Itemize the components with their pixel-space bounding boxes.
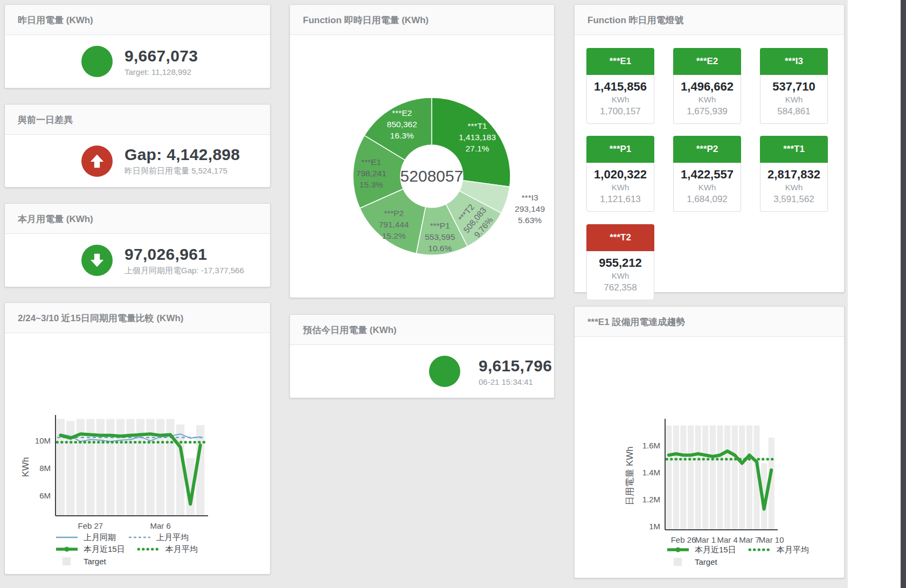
compare-legend: 上月同期上月平均本月近15日本月平均Target (5, 531, 270, 567)
arrow-down-icon (81, 245, 113, 276)
realtime-donut-chart[interactable]: ***T11,413,18327.1%***I3293,1495.63%***T… (290, 35, 554, 298)
target-bar (116, 419, 125, 516)
legend-dash-icon (128, 533, 151, 542)
scrollbar[interactable] (901, 0, 906, 588)
legend-item[interactable]: Target (55, 557, 106, 566)
tile-value: 955,212 (589, 257, 652, 269)
stat-text: 9,667,073 Target: 11,128,992 (125, 47, 198, 77)
compare-chart[interactable]: 6M8M10MFeb 27Mar 6KWh上月同期上月平均本月近15日本月平均T… (5, 333, 270, 574)
card-compare-chart-title: 2/24~3/10 近15日同期用電量比較 (KWh) (5, 303, 270, 333)
legend-label: 上月平均 (156, 532, 189, 543)
stat-subtitle: 昨日與前日用電量 5,524,175 (125, 166, 240, 176)
legend-thickline-icon (55, 545, 79, 554)
legend-item[interactable]: 上月同期 (55, 532, 116, 543)
y-tick-label: 1M (649, 522, 660, 531)
tile-label: ***T2 (586, 224, 654, 251)
tile-target-value: 1,700,157 (589, 106, 652, 117)
tile-E1[interactable]: ***E11,415,856KWh1,700,157 (586, 48, 654, 129)
legend-item[interactable]: 上月平均 (128, 532, 189, 543)
legend-label: 本月平均 (165, 544, 198, 555)
legend-dots-icon (748, 545, 772, 554)
legend-label: 本月近15日 (84, 544, 125, 555)
tile-unit: KWh (589, 271, 652, 281)
stat-text: 97,026,961 上個月同期用電Gap: -17,377,566 (125, 245, 244, 276)
x-tick-label: Mar 6 (150, 521, 170, 530)
target-bar (702, 426, 708, 530)
status-circle-icon (429, 356, 460, 387)
tile-P1[interactable]: ***P11,020,322KWh1,121,613 (586, 136, 654, 217)
card-yesterday-usage-title: 昨日用電量 (KWh) (5, 5, 270, 35)
card-status-tiles: Function 昨日用電燈號 ***E11,415,856KWh1,700,1… (574, 4, 845, 293)
tile-body: 1,422,557KWh1,684,092 (673, 163, 741, 212)
card-month-usage-title: 本月用電量 (KWh) (5, 204, 270, 234)
target-bar (666, 426, 672, 530)
tile-unit: KWh (589, 182, 652, 192)
tile-unit: KWh (676, 182, 738, 192)
x-tick-label: Mar 10 (759, 535, 784, 544)
card-e1-trend-title: ***E1 設備用電達成趨勢 (575, 307, 844, 337)
tile-label: ***P1 (586, 136, 654, 163)
tile-target-value: 3,591,562 (763, 193, 825, 205)
trend-svg: 1M1.2M1.4M1.6MFeb 26Mar 1Mar 4Mar 7Mar 1… (575, 337, 844, 544)
tile-T2[interactable]: ***T2955,212KWh762,358 (586, 224, 654, 305)
legend-label: Target (695, 557, 717, 566)
target-bar (717, 426, 723, 530)
target-bar (57, 419, 65, 516)
card-realtime-donut-title: Function 即時日用電量 (KWh) (290, 5, 554, 35)
tile-body: 1,415,856KWh1,700,157 (586, 75, 654, 124)
y-tick-label: 1.6M (642, 441, 660, 450)
card-compare-chart: 2/24~3/10 近15日同期用電量比較 (KWh) 6M8M10MFeb 2… (4, 302, 271, 575)
legend-line-icon (55, 533, 79, 542)
tile-value: 2,817,832 (763, 168, 825, 181)
tile-body: 1,020,322KWh1,121,613 (586, 163, 654, 212)
tile-unit: KWh (763, 182, 825, 192)
x-tick-label: Mar 1 (695, 535, 716, 544)
target-bar (724, 426, 730, 530)
tile-label: ***I3 (760, 48, 828, 75)
target-bar (732, 426, 738, 530)
y-tick-label: 1.2M (642, 495, 660, 504)
tile-unit: KWh (589, 94, 652, 105)
tile-P2[interactable]: ***P21,422,557KWh1,684,092 (673, 136, 741, 217)
stat-text: 9,615,796 06-21 15:34:41 (479, 357, 552, 386)
legend-item[interactable]: 本月近15日 (666, 545, 736, 555)
stat-text: Gap: 4,142,898 昨日與前日用電量 5,524,175 (125, 146, 240, 176)
tile-I3[interactable]: ***I3537,710KWh584,861 (760, 48, 828, 129)
tile-E2[interactable]: ***E21,496,662KWh1,675,939 (673, 48, 741, 129)
card-status-tiles-title: Function 昨日用電燈號 (575, 5, 844, 35)
tile-target-value: 1,121,613 (589, 193, 652, 205)
target-bar (126, 419, 134, 516)
stat-subtitle: 上個月同期用電Gap: -17,377,566 (125, 266, 244, 276)
tile-body: 537,710KWh584,861 (760, 75, 828, 124)
y-tick-label: 10M (35, 436, 51, 445)
tiles-grid: ***E11,415,856KWh1,700,157***E21,496,662… (575, 35, 844, 305)
stat-subtitle: Target: 11,128,992 (125, 67, 198, 77)
month-usage-stat: 97,026,961 上個月同期用電Gap: -17,377,566 (5, 234, 270, 287)
card-month-usage: 本月用電量 (KWh) 97,026,961 上個月同期用電Gap: -17,3… (4, 203, 271, 287)
y-tick-label: 8M (39, 464, 51, 473)
legend-item[interactable]: 本月近15日 (55, 544, 125, 555)
card-day-gap-title: 與前一日差異 (5, 105, 270, 135)
tile-T1[interactable]: ***T12,817,832KWh3,591,562 (760, 136, 828, 217)
legend-item[interactable]: 本月平均 (137, 544, 198, 555)
card-yesterday-usage: 昨日用電量 (KWh) 9,667,073 Target: 11,128,992 (4, 4, 271, 88)
x-tick-label: Mar 4 (717, 535, 737, 544)
card-realtime-donut: Function 即時日用電量 (KWh) ***T11,413,18327.1… (289, 4, 555, 298)
e1-trend-chart[interactable]: 1M1.2M1.4M1.6MFeb 26Mar 1Mar 4Mar 7Mar 1… (575, 337, 844, 578)
target-bar (695, 426, 701, 530)
tile-value: 1,496,662 (676, 80, 738, 93)
tile-label: ***E2 (673, 48, 741, 75)
tile-body: 1,496,662KWh1,675,939 (673, 75, 741, 124)
arrow-up-icon (81, 146, 113, 177)
donut-slice-label: ***I3293,1495.63% (515, 193, 545, 225)
legend-item[interactable]: Target (666, 557, 717, 566)
tile-value: 537,710 (763, 80, 825, 93)
target-bar (680, 426, 686, 530)
target-bar (739, 426, 745, 530)
day-gap-stat: Gap: 4,142,898 昨日與前日用電量 5,524,175 (5, 135, 270, 187)
tile-value: 1,020,322 (589, 168, 652, 181)
legend-item[interactable]: 本月平均 (748, 545, 809, 555)
tile-target-value: 762,358 (589, 282, 652, 293)
stat-value: Gap: 4,142,898 (125, 146, 240, 164)
stat-value: 9,615,796 (479, 357, 552, 375)
